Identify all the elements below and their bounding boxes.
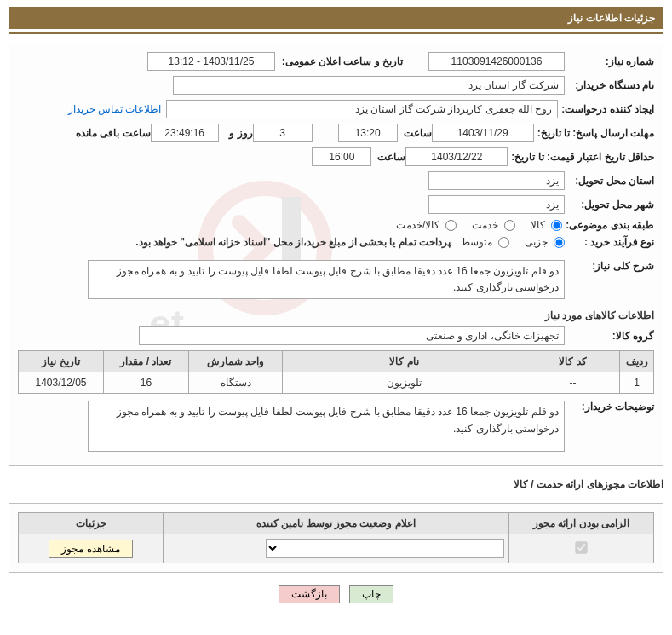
license-row: مشاهده مجوز xyxy=(19,534,654,563)
license-status-cell xyxy=(164,534,509,563)
goods-td-qty: 16 xyxy=(104,372,189,394)
days-and: روز و xyxy=(219,127,253,139)
category-label-2: کالا/خدمت xyxy=(396,219,439,231)
row-delivery-province: استان محل تحویل: یزد xyxy=(18,171,654,190)
license-table: الزامی بودن ارائه مجوز اعلام وضعیت مجوز … xyxy=(18,512,654,563)
goods-td-date: 1403/12/05 xyxy=(19,372,104,394)
reply-deadline-label: مهلت ارسال پاسخ: تا تاریخ: xyxy=(534,127,654,139)
category-label-0: کالا xyxy=(531,219,545,231)
row-buyer-notes: توضیحات خریدار: دو قلم تلویزیون جمعا 16 … xyxy=(18,401,654,452)
price-validity-date: 1403/12/22 xyxy=(405,147,508,166)
goods-th-5: تاریخ نیاز xyxy=(19,351,104,372)
goods-table: ردیف کد کالا نام کالا واحد شمارش تعداد /… xyxy=(18,350,654,394)
watermark-logo: riaTender.net xyxy=(146,163,503,350)
license-header-row: الزامی بودن ارائه مجوز اعلام وضعیت مجوز … xyxy=(19,513,654,534)
price-validity-time: 16:00 xyxy=(312,147,371,166)
delivery-province-value: یزد xyxy=(428,171,565,190)
separator-top xyxy=(9,32,663,34)
process-option-1[interactable]: متوسط xyxy=(461,236,509,248)
back-button[interactable]: بازگشت xyxy=(279,585,340,603)
category-option-2[interactable]: کالا/خدمت xyxy=(396,219,457,231)
goods-th-1: کد کالا xyxy=(526,351,620,372)
print-button[interactable]: چاپ xyxy=(349,585,393,603)
license-th-0: الزامی بودن ارائه مجوز xyxy=(509,513,654,534)
category-radio-0[interactable] xyxy=(551,220,562,231)
general-desc-label: شرح کلی نیاز: xyxy=(565,260,654,272)
delivery-city-value: یزد xyxy=(428,195,565,214)
buyer-org-value: شرکت گاز استان یزد xyxy=(173,76,565,95)
category-label-1: خدمت xyxy=(472,219,498,231)
row-delivery-city: شهر محل تحویل: یزد xyxy=(18,195,654,214)
row-requester: ایجاد کننده درخواست: روح الله جعفری کارپ… xyxy=(18,100,654,118)
process-label-1: متوسط xyxy=(461,236,492,248)
goods-th-0: ردیف xyxy=(620,351,654,372)
license-panel: الزامی بودن ارائه مجوز اعلام وضعیت مجوز … xyxy=(9,503,663,573)
row-category: طبقه بندی موضوعی: کالا خدمت کالا/خدمت xyxy=(18,219,654,231)
need-number-value: 1103091426000136 xyxy=(428,52,565,71)
need-number-label: شماره نیاز: xyxy=(565,55,654,67)
time-remaining-suffix: ساعت باقی مانده xyxy=(72,127,151,139)
license-th-2: جزئیات xyxy=(19,513,164,534)
time-remaining: 23:49:16 xyxy=(151,124,219,142)
category-option-0[interactable]: کالا xyxy=(531,219,562,231)
license-th-1: اعلام وضعیت مجوز توسط تامین کننده xyxy=(164,513,509,534)
price-validity-label: حداقل تاریخ اعتبار قیمت: تا تاریخ: xyxy=(508,151,654,163)
process-radio-1[interactable] xyxy=(498,237,509,248)
row-buyer-org: نام دستگاه خریدار: شرکت گاز استان یزد xyxy=(18,76,654,95)
row-price-validity: حداقل تاریخ اعتبار قیمت: تا تاریخ: 1403/… xyxy=(18,147,654,166)
license-details-cell: مشاهده مجوز xyxy=(19,534,164,563)
category-radio-2[interactable] xyxy=(445,220,457,231)
requester-value: روح الله جعفری کارپرداز شرکت گاز استان ی… xyxy=(166,100,558,118)
process-radio-group: جزیی متوسط xyxy=(461,236,565,248)
separator-license xyxy=(9,494,663,494)
goods-table-row: 1 -- تلویزیون دستگاه 16 1403/12/05 xyxy=(19,372,654,394)
category-label: طبقه بندی موضوعی: xyxy=(562,219,654,231)
license-mandatory-checkbox xyxy=(575,541,587,553)
goods-td-code: -- xyxy=(526,372,620,394)
license-status-select[interactable] xyxy=(266,539,504,558)
time-word-2: ساعت xyxy=(371,151,405,163)
reply-deadline-date: 1403/11/29 xyxy=(432,124,534,142)
goods-td-unit: دستگاه xyxy=(189,372,283,394)
category-radio-1[interactable] xyxy=(504,220,515,231)
goods-th-3: واحد شمارش xyxy=(189,351,283,372)
buyer-notes-value: دو قلم تلویزیون جمعا 16 عدد دقیقا مطابق … xyxy=(88,401,565,452)
requester-label: ایجاد کننده درخواست: xyxy=(558,103,654,115)
category-option-1[interactable]: خدمت xyxy=(472,219,515,231)
group-value: تجهیزات خانگی، اداری و صنعتی xyxy=(139,326,565,345)
process-option-0[interactable]: جزیی xyxy=(525,236,565,248)
time-word-1: ساعت xyxy=(398,127,432,139)
page-title: جزئیات اطلاعات نیاز xyxy=(568,12,655,24)
announce-label: تاریخ و ساعت اعلان عمومی: xyxy=(275,55,403,67)
delivery-province-label: استان محل تحویل: xyxy=(565,175,654,187)
group-label: گروه کالا: xyxy=(565,330,654,342)
main-panel: riaTender.net شماره نیاز: 11030914260001… xyxy=(9,43,663,466)
goods-th-2: نام کالا xyxy=(283,351,526,372)
delivery-city-label: شهر محل تحویل: xyxy=(565,199,654,211)
goods-td-index: 1 xyxy=(620,372,654,394)
days-remaining: 3 xyxy=(253,124,313,142)
goods-table-header-row: ردیف کد کالا نام کالا واحد شمارش تعداد /… xyxy=(19,351,654,372)
view-license-button[interactable]: مشاهده مجوز xyxy=(49,540,132,558)
reply-deadline-time: 13:20 xyxy=(338,124,398,142)
license-section-title: اطلاعات مجوزهای ارائه خدمت / کالا xyxy=(9,478,663,490)
category-radio-group: کالا خدمت کالا/خدمت xyxy=(396,219,562,231)
process-label: نوع فرآیند خرید : xyxy=(565,236,654,248)
row-process: نوع فرآیند خرید : جزیی متوسط پرداخت تمام… xyxy=(18,236,654,248)
row-general-desc: شرح کلی نیاز: دو قلم تلویزیون جمعا 16 عد… xyxy=(18,260,654,299)
license-mandatory-cell xyxy=(509,534,654,563)
buyer-notes-label: توضیحات خریدار: xyxy=(565,401,654,413)
row-need-number: شماره نیاز: 1103091426000136 تاریخ و ساع… xyxy=(18,52,654,71)
general-desc-value: دو قلم تلویزیون جمعا 16 عدد دقیقا مطابق … xyxy=(88,260,565,299)
announce-value: 1403/11/25 - 13:12 xyxy=(147,52,275,71)
bottom-button-row: چاپ بازگشت xyxy=(9,585,663,603)
buyer-org-label: نام دستگاه خریدار: xyxy=(565,79,654,91)
process-label-0: جزیی xyxy=(525,236,548,248)
goods-th-4: تعداد / مقدار xyxy=(104,351,189,372)
contact-link[interactable]: اطلاعات تماس خریدار xyxy=(68,103,162,115)
row-group: گروه کالا: تجهیزات خانگی، اداری و صنعتی xyxy=(18,326,654,345)
row-reply-deadline: مهلت ارسال پاسخ: تا تاریخ: 1403/11/29 سا… xyxy=(18,124,654,142)
goods-heading: اطلاعات کالاهای مورد نیاز xyxy=(18,309,654,321)
process-radio-0[interactable] xyxy=(554,237,565,248)
payment-note: پرداخت تمام یا بخشی از مبلغ خرید،از محل … xyxy=(135,236,451,248)
